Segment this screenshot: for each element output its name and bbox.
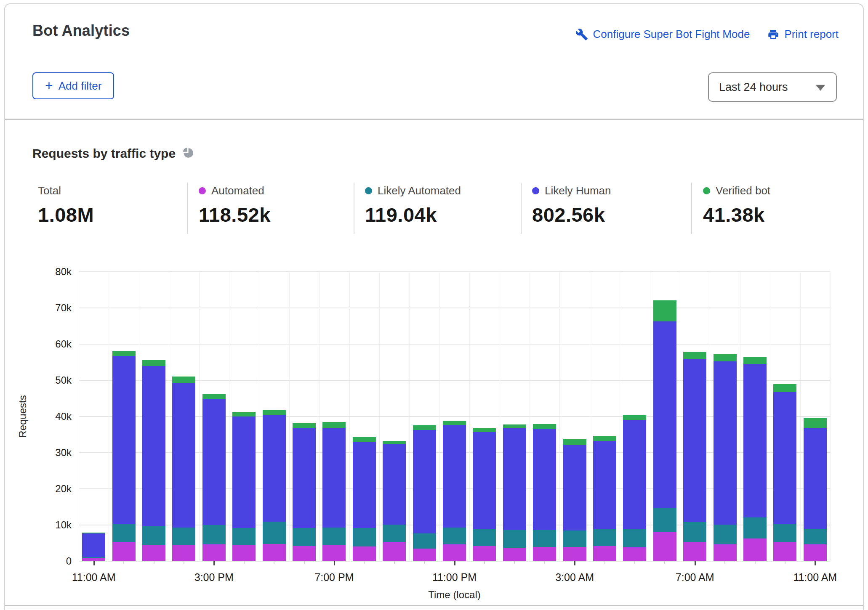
plus-icon: + bbox=[45, 79, 53, 92]
legend-dot bbox=[365, 187, 372, 194]
bar-slot bbox=[620, 272, 650, 561]
bar-slot bbox=[710, 272, 740, 561]
bar-segment-automated bbox=[743, 538, 767, 561]
bar-slot bbox=[79, 272, 109, 561]
bar-slot bbox=[800, 272, 830, 561]
stat-likely-human[interactable]: Likely Human802.56k bbox=[532, 184, 611, 226]
x-axis-tick bbox=[695, 561, 696, 565]
bar-segment-automated bbox=[593, 546, 616, 561]
bar-segment-verified-bot bbox=[714, 354, 737, 361]
add-filter-button[interactable]: + Add filter bbox=[32, 72, 114, 99]
bar-segment-likely-human bbox=[743, 364, 767, 517]
bar-segment-verified-bot bbox=[263, 410, 286, 416]
time-range-select[interactable]: Last 24 hours bbox=[708, 72, 837, 102]
x-axis-tick bbox=[815, 561, 816, 565]
bar-group[interactable] bbox=[82, 272, 105, 561]
bar-group[interactable] bbox=[563, 272, 586, 561]
wrench-icon bbox=[575, 28, 588, 41]
bar-segment-likely-automated bbox=[683, 522, 706, 542]
bar-slot bbox=[349, 272, 379, 561]
x-axis-tick bbox=[634, 561, 635, 564]
y-tick-label: 30k bbox=[55, 447, 72, 459]
bar-segment-likely-human bbox=[322, 428, 346, 528]
stat-total[interactable]: Total1.08M bbox=[38, 184, 94, 226]
print-report-link[interactable]: Print report bbox=[767, 28, 839, 41]
bar-group[interactable] bbox=[293, 272, 316, 561]
configure-super-bot-fight-mode-link[interactable]: Configure Super Bot Fight Mode bbox=[575, 28, 750, 41]
x-axis-tick bbox=[544, 561, 545, 564]
x-axis-tick bbox=[424, 561, 425, 564]
bar-group[interactable] bbox=[473, 272, 496, 561]
bar-group[interactable] bbox=[533, 272, 556, 561]
bar-group[interactable] bbox=[202, 272, 226, 561]
bar-group[interactable] bbox=[263, 272, 286, 561]
bar-segment-verified-bot bbox=[202, 394, 226, 399]
bar-segment-automated bbox=[202, 544, 226, 561]
x-axis-tick bbox=[484, 561, 485, 564]
bar-group[interactable] bbox=[383, 272, 406, 561]
bar-group[interactable] bbox=[172, 272, 195, 561]
bar-segment-likely-automated bbox=[653, 508, 676, 533]
bar-segment-verified-bot bbox=[172, 377, 195, 383]
printer-icon bbox=[767, 29, 779, 40]
bar-group[interactable] bbox=[322, 272, 346, 561]
bar-group[interactable] bbox=[232, 272, 256, 561]
x-axis-tick bbox=[755, 561, 756, 564]
stat-label: Likely Human bbox=[545, 184, 611, 197]
bar-group[interactable] bbox=[413, 272, 436, 561]
x-axis-tick bbox=[304, 561, 305, 564]
header-links: Configure Super Bot Fight Mode Print rep… bbox=[575, 28, 839, 41]
bar-slot bbox=[590, 272, 620, 561]
stat-verified-bot[interactable]: Verified bot41.38k bbox=[703, 184, 770, 226]
bar-segment-verified-bot bbox=[293, 423, 316, 428]
bar-slot bbox=[259, 272, 289, 561]
bar-group[interactable] bbox=[714, 272, 737, 561]
bar-group[interactable] bbox=[743, 272, 767, 561]
bar-segment-likely-human bbox=[172, 383, 195, 528]
stat-label: Total bbox=[38, 184, 61, 197]
x-axis-tick bbox=[93, 561, 95, 565]
y-tick-label: 50k bbox=[55, 374, 72, 386]
legend-dot bbox=[703, 187, 710, 194]
bar-segment-likely-human bbox=[82, 533, 105, 557]
bar-slot bbox=[169, 272, 199, 561]
bar-slot bbox=[199, 272, 229, 561]
stat-likely-automated[interactable]: Likely Automated119.04k bbox=[365, 184, 461, 226]
bar-group[interactable] bbox=[353, 272, 376, 561]
bar-group[interactable] bbox=[773, 272, 796, 561]
bar-group[interactable] bbox=[142, 272, 165, 561]
bar-segment-likely-automated bbox=[353, 528, 376, 546]
stat-divider bbox=[691, 183, 692, 234]
stat-automated[interactable]: Automated118.52k bbox=[199, 184, 271, 226]
configure-link-label: Configure Super Bot Fight Mode bbox=[593, 28, 750, 41]
x-tick-label: 3:00 PM bbox=[194, 571, 234, 583]
bar-segment-likely-human bbox=[773, 392, 796, 524]
bar-group[interactable] bbox=[653, 272, 676, 561]
bar-group[interactable] bbox=[804, 272, 827, 561]
x-axis-tick bbox=[604, 561, 605, 564]
chevron-down-icon bbox=[816, 85, 825, 91]
bar-group[interactable] bbox=[112, 272, 136, 561]
bar-segment-likely-automated bbox=[293, 528, 316, 546]
bar-segment-automated bbox=[653, 532, 676, 561]
stat-divider bbox=[521, 183, 522, 234]
bar-segment-likely-automated bbox=[714, 525, 737, 544]
bar-group[interactable] bbox=[683, 272, 706, 561]
time-range-value: Last 24 hours bbox=[719, 81, 788, 94]
bar-segment-likely-human bbox=[142, 366, 165, 526]
bar-segment-automated bbox=[623, 547, 646, 561]
bar-segment-automated bbox=[773, 542, 796, 561]
bar-slot bbox=[500, 272, 530, 561]
bar-segment-verified-bot bbox=[353, 437, 376, 442]
bar-segment-automated bbox=[413, 549, 436, 561]
bar-group[interactable] bbox=[443, 272, 466, 561]
bar-group[interactable] bbox=[503, 272, 526, 561]
bar-segment-likely-human bbox=[653, 321, 676, 508]
bar-group[interactable] bbox=[593, 272, 616, 561]
bar-segment-likely-automated bbox=[533, 530, 556, 547]
x-axis-tick bbox=[364, 561, 365, 564]
stat-divider bbox=[354, 183, 354, 234]
x-axis-tick bbox=[154, 561, 154, 564]
page-title: Bot Analytics bbox=[32, 22, 130, 40]
bar-group[interactable] bbox=[623, 272, 646, 561]
